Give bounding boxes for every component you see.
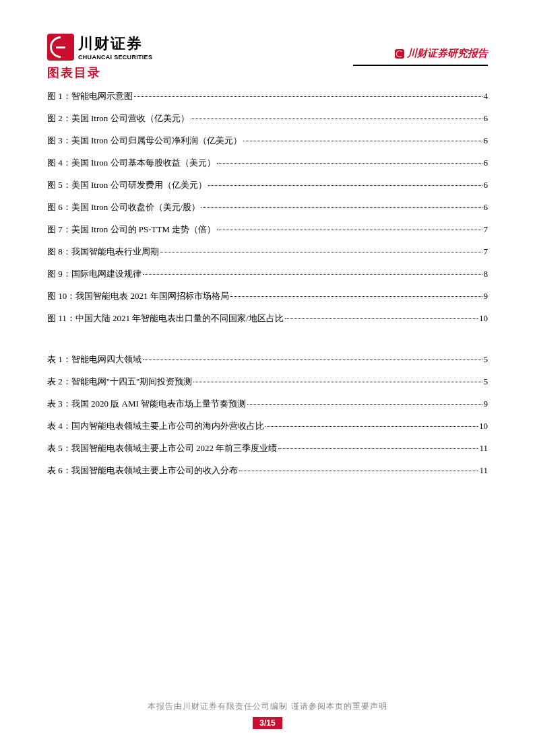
toc-item: 图 11：中国大陆 2021 年智能电表出口量的不同国家/地区占比10: [47, 312, 488, 324]
toc-item-page: 5: [484, 354, 489, 365]
toc-item-page: 4: [484, 91, 489, 102]
toc-item: 表 3：我国 2020 版 AMI 智能电表市场上量节奏预测9: [47, 398, 488, 410]
toc-dots: [265, 426, 478, 427]
toc-figures-list: 图 1：智能电网示意图4图 2：美国 Itron 公司营收（亿美元）6图 3：美…: [47, 90, 488, 324]
toc-item: 图 1：智能电网示意图4: [47, 90, 488, 102]
toc-dots: [201, 207, 482, 208]
report-label: 川财证券研究报告: [395, 47, 488, 60]
toc-dots: [247, 404, 482, 405]
toc-item: 图 10：我国智能电表 2021 年国网招标市场格局9: [47, 290, 488, 302]
toc-dots: [278, 448, 478, 449]
page-footer: 本报告由川财证券有限责任公司编制 谨请参阅本页的重要声明 3/15: [0, 701, 535, 729]
toc-item: 图 7：美国 Itron 公司的 PS-TTM 走势（倍）7: [47, 224, 488, 236]
company-logo-icon: [47, 34, 74, 61]
toc-dots: [160, 252, 482, 252]
logo-text: 川财证券 CHUANCAI SECURITIES: [78, 34, 152, 61]
page-header: 川财证券 CHUANCAI SECURITIES 川财证券研究报告: [47, 34, 488, 61]
toc-item-page: 8: [484, 269, 489, 279]
toc-item-page: 9: [484, 291, 489, 302]
toc-item-label: 图 6：美国 Itron 公司收盘价（美元/股）: [47, 201, 200, 213]
toc-item: 图 2：美国 Itron 公司营收（亿美元）6: [47, 112, 488, 125]
toc-item-page: 6: [484, 202, 489, 213]
footer-disclaimer: 本报告由川财证券有限责任公司编制 谨请参阅本页的重要声明: [0, 701, 535, 712]
footer-page-number: 3/15: [253, 717, 282, 729]
toc-dots: [230, 296, 482, 297]
toc-item-label: 表 4：国内智能电表领域主要上市公司的海内外营收占比: [47, 420, 264, 432]
toc-item-label: 图 2：美国 Itron 公司营收（亿美元）: [47, 112, 189, 125]
toc-dots: [143, 359, 482, 360]
toc-item-label: 表 6：我国智能电表领域主要上市公司的收入分布: [47, 465, 238, 477]
toc-item-page: 11: [479, 465, 488, 476]
toc-item-label: 图 1：智能电网示意图: [47, 90, 133, 102]
logo-english: CHUANCAI SECURITIES: [78, 54, 152, 61]
toc-item-label: 图 11：中国大陆 2021 年智能电表出口量的不同国家/地区占比: [47, 312, 284, 324]
toc-item-label: 图 9：国际电网建设规律: [47, 268, 141, 280]
toc-dots: [193, 382, 482, 382]
toc-dots: [217, 163, 482, 164]
toc-item: 图 8：我国智能电表行业周期7: [47, 246, 488, 258]
toc-item-page: 10: [479, 421, 488, 432]
toc-item-label: 图 5：美国 Itron 公司研发费用（亿美元）: [47, 179, 207, 191]
toc-item-label: 表 2：智能电网"十四五"期间投资预测: [47, 376, 192, 388]
toc-item: 表 2：智能电网"十四五"期间投资预测5: [47, 376, 488, 388]
report-label-text: 川财证券研究报告: [407, 47, 488, 60]
toc-item-label: 表 5：我国智能电表领域主要上市公司 2022 年前三季度业绩: [47, 442, 277, 454]
logo-block: 川财证券 CHUANCAI SECURITIES: [47, 34, 152, 61]
toc-item-label: 图 7：美国 Itron 公司的 PS-TTM 走势（倍）: [47, 224, 216, 236]
toc-item-page: 7: [484, 246, 489, 257]
toc-item: 表 6：我国智能电表领域主要上市公司的收入分布11: [47, 465, 488, 477]
toc-tables-list: 表 1：智能电网四大领域5表 2：智能电网"十四五"期间投资预测5表 3：我国 …: [47, 353, 488, 477]
toc-item-page: 11: [479, 443, 488, 454]
toc-item-label: 图 10：我国智能电表 2021 年国网招标市场格局: [47, 290, 229, 302]
toc-item: 表 5：我国智能电表领域主要上市公司 2022 年前三季度业绩11: [47, 442, 488, 454]
toc-item-page: 6: [484, 113, 489, 124]
toc-item: 图 6：美国 Itron 公司收盘价（美元/股）6: [47, 201, 488, 213]
toc-item: 表 1：智能电网四大领域5: [47, 353, 488, 366]
toc-dots: [191, 118, 482, 119]
toc-item-label: 图 3：美国 Itron 公司归属母公司净利润（亿美元）: [47, 135, 242, 147]
toc-item-page: 9: [484, 399, 489, 409]
toc-dots: [285, 318, 478, 319]
toc-dots: [239, 471, 478, 471]
toc-item: 表 4：国内智能电表领域主要上市公司的海内外营收占比10: [47, 420, 488, 432]
toc-item: 图 9：国际电网建设规律8: [47, 268, 488, 280]
toc-item-page: 10: [479, 313, 488, 324]
toc-item-label: 图 4：美国 Itron 公司基本每股收益（美元）: [47, 157, 216, 169]
toc-item-label: 图 8：我国智能电表行业周期: [47, 246, 159, 258]
toc-item-label: 表 3：我国 2020 版 AMI 智能电表市场上量节奏预测: [47, 398, 246, 410]
page-container: 川财证券 CHUANCAI SECURITIES 川财证券研究报告 图表目录 图…: [0, 0, 535, 756]
toc-dots: [217, 230, 482, 230]
toc-section-gap: [47, 335, 488, 353]
toc-dots: [208, 185, 482, 186]
toc-item-page: 6: [484, 180, 489, 191]
toc-item: 图 5：美国 Itron 公司研发费用（亿美元）6: [47, 179, 488, 191]
toc-dots: [134, 96, 482, 97]
toc-item-page: 5: [484, 376, 489, 387]
toc-item-page: 6: [484, 158, 489, 168]
toc-title: 图表目录: [47, 65, 488, 81]
toc-dots: [243, 141, 482, 141]
toc-item-page: 6: [484, 135, 489, 146]
logo-chinese: 川财证券: [78, 34, 152, 54]
toc-dots: [143, 274, 482, 275]
report-label-icon: [395, 49, 404, 59]
header-underline: [353, 65, 488, 66]
toc-item-label: 表 1：智能电网四大领域: [47, 353, 141, 366]
toc-item: 图 3：美国 Itron 公司归属母公司净利润（亿美元）6: [47, 135, 488, 147]
toc-item: 图 4：美国 Itron 公司基本每股收益（美元）6: [47, 157, 488, 169]
toc-item-page: 7: [484, 224, 489, 235]
